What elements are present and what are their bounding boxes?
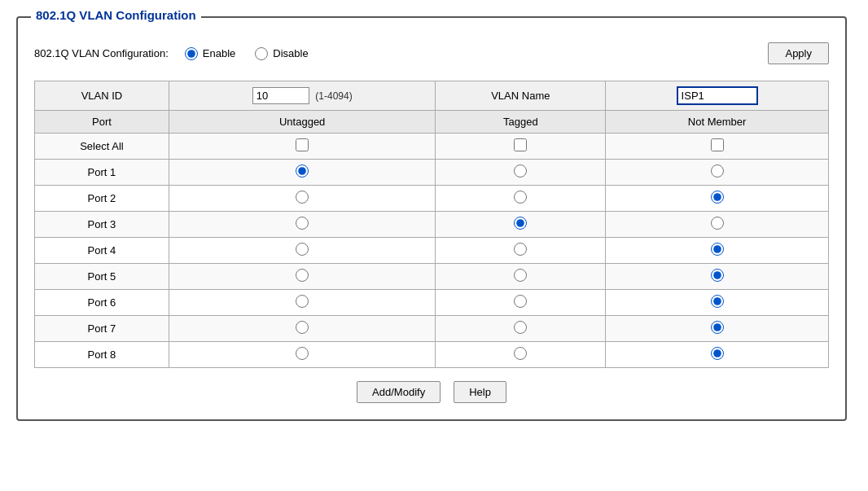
col-tagged: Tagged <box>436 111 606 134</box>
port-tagged-cell <box>436 238 606 264</box>
help-button[interactable]: Help <box>454 381 506 403</box>
bottom-buttons: Add/Modify Help <box>34 381 829 403</box>
port-not-member-radio[interactable] <box>711 191 724 204</box>
port-tagged-radio[interactable] <box>514 347 527 360</box>
port-untagged-cell <box>169 238 436 264</box>
port-tagged-cell <box>436 160 606 186</box>
port-name: Port 1 <box>35 160 169 186</box>
col-untagged: Untagged <box>169 111 436 134</box>
enable-radio[interactable] <box>185 47 198 60</box>
port-untagged-radio[interactable] <box>296 269 309 282</box>
config-label: 802.1Q VLAN Configuration: <box>34 47 169 59</box>
port-name: Port 2 <box>35 186 169 212</box>
select-all-untagged[interactable] <box>296 138 309 151</box>
port-untagged-cell <box>169 290 436 316</box>
vlan-id-range: (1-4094) <box>315 90 352 102</box>
port-not-member-cell <box>606 212 829 238</box>
vlan-id-input[interactable] <box>252 87 309 104</box>
table-row: Port 7 <box>35 316 829 342</box>
port-tagged-radio[interactable] <box>514 321 527 334</box>
enable-option[interactable]: Enable <box>185 47 235 60</box>
port-untagged-cell <box>169 316 436 342</box>
port-untagged-radio[interactable] <box>296 217 309 230</box>
apply-button[interactable]: Apply <box>768 42 829 64</box>
panel-title: 802.1Q VLAN Configuration <box>31 8 201 22</box>
vlan-name-cell <box>606 81 829 111</box>
port-not-member-radio[interactable] <box>711 269 724 282</box>
table-row: Port 4 <box>35 238 829 264</box>
port-untagged-cell <box>169 212 436 238</box>
vlan-table: VLAN ID (1-4094) VLAN Name Port Untagged… <box>34 81 829 368</box>
vlan-id-row: VLAN ID (1-4094) VLAN Name <box>35 81 829 111</box>
port-not-member-cell <box>606 186 829 212</box>
port-tagged-radio[interactable] <box>514 269 527 282</box>
vlan-id-cell: (1-4094) <box>169 81 436 111</box>
vlan-id-header: VLAN ID <box>35 81 169 111</box>
port-untagged-cell <box>169 342 436 368</box>
port-name: Port 3 <box>35 212 169 238</box>
port-not-member-cell <box>606 342 829 368</box>
select-all-untagged-cell <box>169 134 436 160</box>
port-not-member-radio[interactable] <box>711 347 724 360</box>
port-tagged-cell <box>436 342 606 368</box>
select-all-tagged-cell <box>436 134 606 160</box>
disable-radio[interactable] <box>255 47 268 60</box>
select-all-label: Select All <box>35 134 169 160</box>
config-row: 802.1Q VLAN Configuration: Enable Disabl… <box>34 42 829 64</box>
select-all-row: Select All <box>35 134 829 160</box>
col-not-member: Not Member <box>606 111 829 134</box>
port-table-body: Port 1Port 2Port 3Port 4Port 5Port 6Port… <box>35 160 829 368</box>
port-tagged-cell <box>436 186 606 212</box>
enable-label: Enable <box>203 47 235 59</box>
select-all-tagged[interactable] <box>514 138 527 151</box>
port-untagged-radio[interactable] <box>296 295 309 308</box>
port-name: Port 6 <box>35 290 169 316</box>
port-tagged-radio[interactable] <box>514 243 527 256</box>
disable-label: Disable <box>273 47 308 59</box>
port-untagged-radio[interactable] <box>296 347 309 360</box>
vlan-config-panel: 802.1Q VLAN Configuration 802.1Q VLAN Co… <box>16 16 847 421</box>
port-untagged-radio[interactable] <box>296 191 309 204</box>
port-untagged-cell <box>169 264 436 290</box>
vlan-name-header: VLAN Name <box>436 81 606 111</box>
port-tagged-radio[interactable] <box>514 164 527 178</box>
port-tagged-cell <box>436 212 606 238</box>
port-untagged-radio[interactable] <box>296 164 309 178</box>
port-tagged-radio[interactable] <box>514 217 527 230</box>
table-row: Port 3 <box>35 212 829 238</box>
port-not-member-cell <box>606 264 829 290</box>
port-not-member-radio[interactable] <box>711 217 724 230</box>
table-row: Port 5 <box>35 264 829 290</box>
port-not-member-cell <box>606 316 829 342</box>
port-not-member-radio[interactable] <box>711 164 724 178</box>
port-untagged-cell <box>169 186 436 212</box>
radio-group: Enable Disable <box>185 47 769 60</box>
table-row: Port 2 <box>35 186 829 212</box>
port-not-member-cell <box>606 238 829 264</box>
select-all-not-member[interactable] <box>711 138 724 151</box>
port-name: Port 4 <box>35 238 169 264</box>
table-row: Port 8 <box>35 342 829 368</box>
port-untagged-radio[interactable] <box>296 243 309 256</box>
port-tagged-cell <box>436 290 606 316</box>
column-headers: Port Untagged Tagged Not Member <box>35 111 829 134</box>
port-tagged-radio[interactable] <box>514 295 527 308</box>
table-row: Port 1 <box>35 160 829 186</box>
port-name: Port 7 <box>35 316 169 342</box>
port-not-member-radio[interactable] <box>711 243 724 256</box>
port-tagged-radio[interactable] <box>514 191 527 204</box>
port-not-member-cell <box>606 160 829 186</box>
port-untagged-cell <box>169 160 436 186</box>
disable-option[interactable]: Disable <box>255 47 308 60</box>
add-modify-button[interactable]: Add/Modify <box>357 381 441 403</box>
port-untagged-radio[interactable] <box>296 321 309 334</box>
select-all-not-member-cell <box>606 134 829 160</box>
port-tagged-cell <box>436 264 606 290</box>
port-name: Port 5 <box>35 264 169 290</box>
vlan-name-input[interactable] <box>677 86 758 105</box>
port-name: Port 8 <box>35 342 169 368</box>
port-not-member-radio[interactable] <box>711 321 724 334</box>
port-tagged-cell <box>436 316 606 342</box>
table-row: Port 6 <box>35 290 829 316</box>
port-not-member-radio[interactable] <box>711 295 724 308</box>
